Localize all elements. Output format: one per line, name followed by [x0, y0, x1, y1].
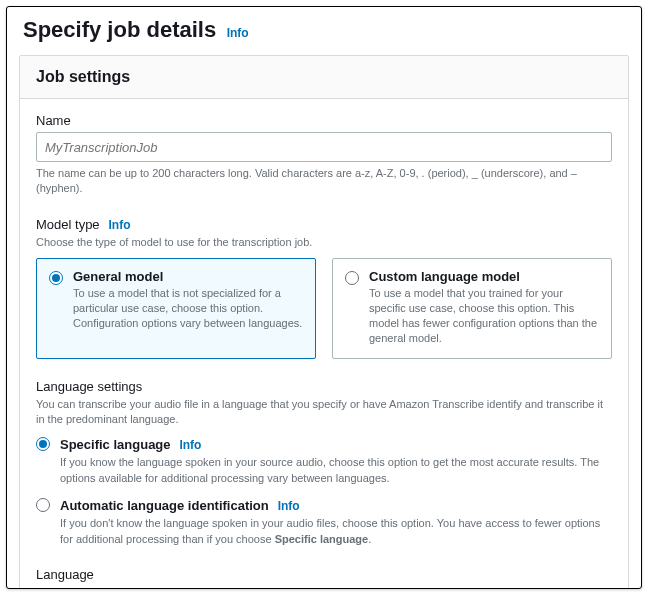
page-title: Specify job details	[23, 17, 216, 43]
model-type-hint: Choose the type of model to use for the …	[36, 235, 612, 250]
radio-icon	[49, 271, 63, 285]
info-link-header[interactable]: Info	[227, 26, 249, 40]
radio-icon	[36, 498, 50, 512]
radio-desc: If you don't know the language spoken in…	[60, 516, 612, 547]
info-link-specific-language[interactable]: Info	[179, 438, 201, 452]
tile-desc: To use a model that you trained for your…	[369, 286, 599, 345]
language-settings-label: Language settings	[36, 379, 142, 394]
lang-setting-specific[interactable]: Specific language Info If you know the l…	[36, 435, 612, 486]
lang-setting-auto[interactable]: Automatic language identification Info I…	[36, 496, 612, 547]
model-type-tile-custom[interactable]: Custom language model To use a model tha…	[332, 258, 612, 358]
radio-desc: If you know the language spoken in your …	[60, 455, 612, 486]
language-label: Language	[36, 567, 94, 582]
language-hint: Choose the language of the input audio.	[36, 585, 612, 589]
name-hint: The name can be up to 200 characters lon…	[36, 166, 612, 197]
name-input[interactable]	[36, 132, 612, 162]
radio-icon	[36, 437, 50, 451]
tile-title: Custom language model	[369, 269, 599, 284]
job-settings-panel: Job settings Name The name can be up to …	[19, 55, 629, 589]
tile-desc: To use a model that is not specialized f…	[73, 286, 303, 331]
model-type-label: Model type	[36, 217, 100, 232]
info-link-auto-language[interactable]: Info	[278, 499, 300, 513]
radio-icon	[345, 271, 359, 285]
radio-title: Specific language	[60, 437, 171, 452]
name-label: Name	[36, 113, 612, 128]
panel-title: Job settings	[36, 68, 612, 86]
info-link-model-type[interactable]: Info	[108, 218, 130, 232]
radio-title: Automatic language identification	[60, 498, 269, 513]
tile-title: General model	[73, 269, 303, 284]
language-settings-hint: You can transcribe your audio file in a …	[36, 397, 612, 428]
model-type-tile-general[interactable]: General model To use a model that is not…	[36, 258, 316, 358]
